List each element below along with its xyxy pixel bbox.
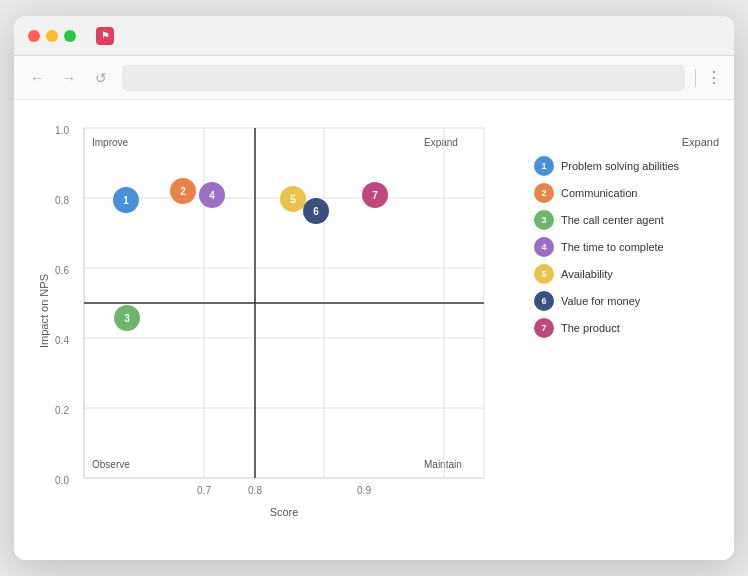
chart-container: 1.0 0.8 0.6 0.4 0.2 0.0 Improve Observe … — [34, 116, 524, 540]
menu-button[interactable]: ⋮ — [706, 68, 722, 87]
back-button[interactable]: ← — [26, 67, 48, 89]
close-button[interactable] — [28, 30, 40, 42]
x-label-09: 0.9 — [357, 485, 371, 496]
y-label-bot: 0.0 — [55, 475, 69, 486]
titlebar: ⚑ — [14, 16, 734, 56]
legend-bubble-3: 3 — [534, 210, 554, 230]
legend-label-5: Availability — [561, 268, 613, 280]
x-label-07: 0.7 — [197, 485, 211, 496]
forward-button[interactable]: → — [58, 67, 80, 89]
minimize-button[interactable] — [46, 30, 58, 42]
bubble-7-label: 7 — [372, 190, 378, 201]
chart-svg: 1.0 0.8 0.6 0.4 0.2 0.0 Improve Observe … — [34, 116, 524, 536]
legend-item-6: 6Value for money — [534, 291, 719, 311]
x-axis-label: Score — [270, 506, 299, 518]
y-label-02: 0.2 — [55, 405, 69, 416]
legend-label-3: The call center agent — [561, 214, 664, 226]
legend-item-2: 2Communication — [534, 183, 719, 203]
toolbar: ← → ↺ ⋮ — [14, 56, 734, 100]
browser-window: ⚑ ← → ↺ ⋮ 1.0 0.8 0.6 0.4 0.2 0.0 — [14, 16, 734, 560]
expand-label: Expand — [424, 137, 458, 148]
expand-button[interactable]: Expand — [534, 136, 719, 148]
bubble-1-label: 1 — [123, 195, 129, 206]
y-label-06: 0.6 — [55, 265, 69, 276]
legend-bubble-5: 5 — [534, 264, 554, 284]
bubble-2-label: 2 — [180, 186, 186, 197]
legend-bubble-2: 2 — [534, 183, 554, 203]
y-axis-label: Impact on NPS — [38, 274, 50, 348]
legend-item-4: 4The time to complete — [534, 237, 719, 257]
maximize-button[interactable] — [64, 30, 76, 42]
toolbar-divider — [695, 69, 696, 87]
x-label-08: 0.8 — [248, 485, 262, 496]
legend-bubble-6: 6 — [534, 291, 554, 311]
legend-item-3: 3The call center agent — [534, 210, 719, 230]
bubble-3-label: 3 — [124, 313, 130, 324]
legend-bubble-1: 1 — [534, 156, 554, 176]
legend-label-4: The time to complete — [561, 241, 664, 253]
legend-bubble-7: 7 — [534, 318, 554, 338]
y-label-04: 0.4 — [55, 335, 69, 346]
app-icon: ⚑ — [96, 27, 114, 45]
chart-area: 1.0 0.8 0.6 0.4 0.2 0.0 Improve Observe … — [34, 116, 714, 540]
maintain-label: Maintain — [424, 459, 462, 470]
bubble-6-label: 6 — [313, 206, 319, 217]
legend-item-7: 7The product — [534, 318, 719, 338]
legend-label-7: The product — [561, 322, 620, 334]
bubble-5-label: 5 — [290, 194, 296, 205]
legend-item-1: 1Problem solving abilities — [534, 156, 719, 176]
content-area: 1.0 0.8 0.6 0.4 0.2 0.0 Improve Observe … — [14, 100, 734, 560]
observe-label: Observe — [92, 459, 130, 470]
y-label-08: 0.8 — [55, 195, 69, 206]
refresh-button[interactable]: ↺ — [90, 67, 112, 89]
legend-bubble-4: 4 — [534, 237, 554, 257]
traffic-lights — [28, 30, 76, 42]
legend-label-1: Problem solving abilities — [561, 160, 679, 172]
address-bar[interactable] — [122, 65, 685, 91]
legend-label-2: Communication — [561, 187, 637, 199]
legend-item-5: 5Availability — [534, 264, 719, 284]
legend: Expand 1Problem solving abilities2Commun… — [534, 116, 719, 540]
bubble-4-label: 4 — [209, 190, 215, 201]
legend-label-6: Value for money — [561, 295, 640, 307]
y-label-top: 1.0 — [55, 125, 69, 136]
legend-list: 1Problem solving abilities2Communication… — [534, 156, 719, 338]
improve-label: Improve — [92, 137, 129, 148]
